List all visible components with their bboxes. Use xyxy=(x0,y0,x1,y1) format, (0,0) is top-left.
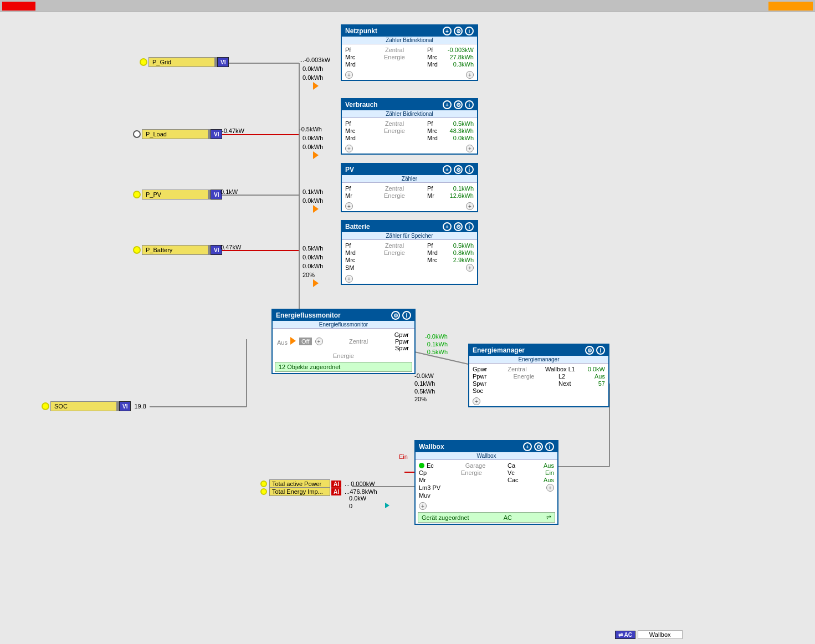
batterie-gear-icon[interactable]: ⚙ xyxy=(454,222,463,231)
p-load-label: P_Load xyxy=(142,129,208,139)
wallbox-panel: Wallbox + ⚙ i Wallbox Ein Ec Garage Ca A… xyxy=(414,440,558,525)
netzpunkt-add-btn[interactable]: + xyxy=(345,71,353,79)
netzpunkt-info-icon[interactable]: i xyxy=(465,27,474,35)
em-row-soc: Soc xyxy=(473,387,605,394)
pv-row-mr: Mr Energie Mr 12.6kWh xyxy=(345,192,474,199)
efm-body: Aus Off + Zentral Gpwr Ppwr Spwr Energie xyxy=(273,329,414,361)
wallbox-lm3-plus[interactable]: + xyxy=(546,484,554,492)
wallbox-info-icon[interactable]: i xyxy=(545,442,554,451)
tap-value: 0.000kW xyxy=(351,481,375,487)
efm-info-icon[interactable]: i xyxy=(402,311,411,320)
batterie-info-icon[interactable]: i xyxy=(465,222,474,231)
verbrauch-footer: + + xyxy=(342,144,477,154)
p-pv-circle xyxy=(133,191,141,198)
em-gear-icon[interactable]: ⚙ xyxy=(585,346,594,355)
pv-gear-icon[interactable]: ⚙ xyxy=(454,165,463,174)
netzpunkt-row-pf: Pf Zentral Pf -0.003kW xyxy=(345,47,474,53)
em-add-btn[interactable]: + xyxy=(473,397,480,405)
verbrauch-wire-val3: 0.0kWh xyxy=(303,144,323,150)
netzpunkt-gear-icon[interactable]: ⚙ xyxy=(454,27,463,35)
batterie-sm-plus[interactable]: + xyxy=(466,264,474,272)
tei-al-btn[interactable]: Al xyxy=(331,488,341,495)
em-info-icon[interactable]: i xyxy=(596,346,605,355)
p-grid-circle xyxy=(140,58,147,66)
efm-ppwr-label: Ppwr xyxy=(394,338,409,345)
verbrauch-add-btn2[interactable]: + xyxy=(466,145,474,152)
netzpunkt-footer: + + xyxy=(342,70,477,80)
efm-zugeordnet: 12 Objekte zugeordnet xyxy=(275,362,412,372)
pv-wire-val2: 0.0kWh xyxy=(303,197,323,204)
bottom-val1: 0.0kW xyxy=(349,495,366,502)
em-title: Energiemanager xyxy=(473,346,525,354)
netzpunkt-subheader: Zähler Bidirektional xyxy=(342,37,477,44)
wallbox-add-btn[interactable]: + xyxy=(419,502,427,510)
soc-circle xyxy=(42,402,49,410)
netzpunkt-title: Netzpunkt xyxy=(345,27,377,35)
soc-label: SOC xyxy=(50,401,117,411)
efm-lower-val2: 0.1kWh xyxy=(414,380,435,387)
verbrauch-row-mrc: Mrc Energie Mrc 48.3kWh xyxy=(345,127,474,134)
pv-add-btn[interactable]: + xyxy=(345,202,353,210)
verbrauch-add-btn[interactable]: + xyxy=(345,145,353,152)
pv-panel: PV + ⚙ i Zähler Pf Zentral Pf 0.1kWh Mr … xyxy=(341,163,478,212)
verbrauch-wire-val2: 0.0kWh xyxy=(303,135,323,141)
verbrauch-info-icon[interactable]: i xyxy=(465,100,474,109)
pv-footer: + + xyxy=(342,201,477,211)
batterie-arrow xyxy=(313,279,319,287)
pv-wire-val1: 0.1kWh xyxy=(303,188,323,195)
verbrauch-gear-icon[interactable]: ⚙ xyxy=(454,100,463,109)
batterie-wire-val4: 20% xyxy=(303,272,315,278)
batterie-row-sm: SM + xyxy=(345,264,474,272)
batterie-wire-val3: 0.0kWh xyxy=(303,263,323,269)
ac-button[interactable]: ⇌ AC xyxy=(615,631,635,639)
em-header: Energiemanager ⚙ i xyxy=(469,345,608,356)
netzpunkt-plus-icon[interactable]: + xyxy=(443,27,452,35)
verbrauch-subheader: Zähler Bidirektional xyxy=(342,110,477,118)
verbrauch-body: Pf Zentral Pf 0.5kWh Mrc Energie Mrc 48.… xyxy=(342,118,477,144)
tap-al-btn[interactable]: Al xyxy=(331,481,341,488)
bottom-teal-arrow xyxy=(385,503,389,508)
batterie-panel: Batterie + ⚙ i Zähler für Speicher Pf Ze… xyxy=(341,220,478,285)
em-row-spwr: Spwr Next 57 xyxy=(473,380,605,387)
wallbox-ac-icon: ⇌ xyxy=(546,514,551,521)
efm-gpwr-value: -0.0kWh xyxy=(425,333,448,340)
p-grid-vi-button[interactable]: VI xyxy=(217,57,229,67)
verbrauch-panel: Verbrauch + ⚙ i Zähler Bidirektional Pf … xyxy=(341,98,478,155)
sensor-row-p-battery: P_Battery VI xyxy=(133,245,222,255)
soc-value: 19.8 xyxy=(134,403,146,410)
netzpunkt-add-btn2[interactable]: + xyxy=(466,71,474,79)
batterie-add-btn[interactable]: + xyxy=(345,275,353,283)
batterie-row-mrc: Mrc Mrc 2.9kWh xyxy=(345,257,474,263)
tei-label: Total Energy Imp... xyxy=(269,487,330,496)
efm-lower-val4: 20% xyxy=(414,396,427,402)
batterie-plus-icon[interactable]: + xyxy=(443,222,452,231)
top-bar-orange-button[interactable] xyxy=(768,2,813,11)
efm-off-status: Off xyxy=(299,338,311,345)
soc-vi-button[interactable]: VI xyxy=(119,401,131,411)
verbrauch-row-mrd: Mrd Mrd 0.0kWh xyxy=(345,135,474,141)
canvas: P_Grid VI ...-0.003kW 0.0kWh 0.0kWh P_Lo… xyxy=(0,12,815,644)
pv-add-btn2[interactable]: + xyxy=(466,202,474,210)
wallbox-gear-icon[interactable]: ⚙ xyxy=(534,442,543,451)
p-load-vi-button[interactable]: VI xyxy=(211,129,222,139)
efm-plus-btn[interactable]: + xyxy=(315,338,323,345)
efm-spwr-label: Spwr xyxy=(394,345,409,351)
batterie-footer: + xyxy=(342,274,477,284)
verbrauch-plus-icon[interactable]: + xyxy=(443,100,452,109)
wallbox-ein-left: Ein xyxy=(399,453,408,460)
verbrauch-wire-val1: -0.5kWh xyxy=(299,126,322,132)
bottom-ac-controls: ⇌ AC Wallbox xyxy=(615,630,683,639)
batterie-wire-val1: 0.5kWh xyxy=(303,245,323,252)
efm-gear-icon[interactable]: ⚙ xyxy=(391,311,400,320)
pv-info-icon[interactable]: i xyxy=(465,165,474,174)
batterie-header: Batterie + ⚙ i xyxy=(342,221,477,232)
pv-plus-icon[interactable]: + xyxy=(443,165,452,174)
batterie-row-pf: Pf Zentral Pf 0.5kWh xyxy=(345,242,474,249)
wallbox-subheader: Wallbox xyxy=(416,452,557,460)
efm-subheader: Energieflussmonitor xyxy=(273,321,414,329)
efm-aus-arrow xyxy=(290,337,296,345)
pv-body: Pf Zentral Pf 0.1kWh Mr Energie Mr 12.6k… xyxy=(342,183,477,201)
wallbox-dropdown[interactable]: Wallbox xyxy=(638,630,683,639)
em-row-gpwr: Gpwr Zentral Wallbox L1 0.0kW xyxy=(473,366,605,372)
wallbox-plus-icon[interactable]: + xyxy=(523,442,532,451)
